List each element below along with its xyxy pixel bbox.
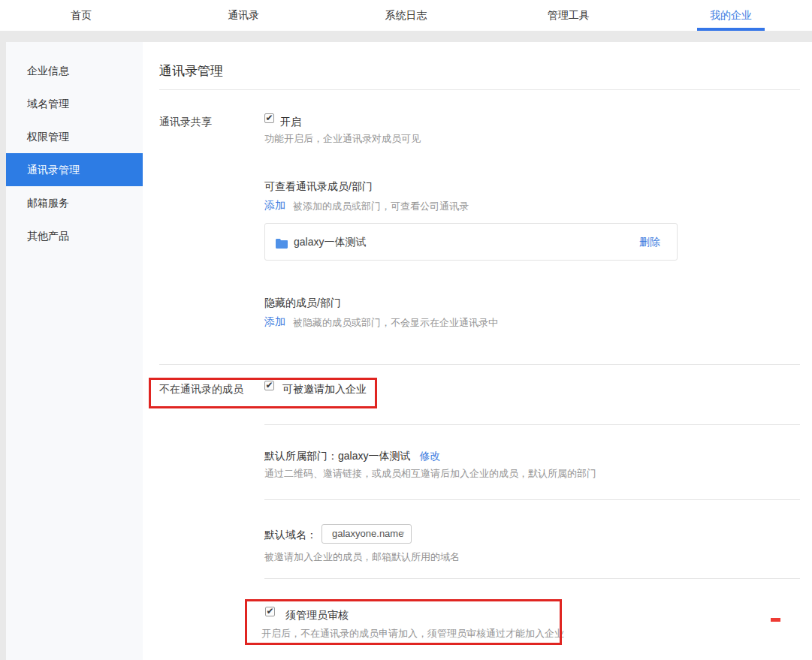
sidebar: 企业信息 域名管理 权限管理 通讯录管理 邮箱服务 其他产品 xyxy=(6,42,143,660)
modify-link[interactable]: 修改 xyxy=(419,450,440,462)
main-content: 通讯录管理 通讯录共享 ✔ 开启 功能开启后，企业通讯录对成员可见 可查看通讯录… xyxy=(143,42,812,660)
default-department-value: galaxy一体测试 xyxy=(338,450,410,462)
hidden-members-heading: 隐藏的成员/部门 xyxy=(264,295,341,310)
admin-review-checkbox[interactable]: ✔ xyxy=(265,607,275,616)
viewable-add-link[interactable]: 添加 xyxy=(264,199,285,212)
annotation-dash xyxy=(771,618,780,622)
default-department-label: 默认所属部门： xyxy=(264,450,338,462)
nav-item-system-log[interactable]: 系统日志 xyxy=(324,0,487,31)
default-domain-label: 默认域名： xyxy=(264,527,317,542)
section-divider xyxy=(264,424,800,425)
sidebar-item-other-products[interactable]: 其他产品 xyxy=(6,219,143,252)
department-name: galaxy一体测试 xyxy=(294,224,366,260)
nav-item-my-enterprise[interactable]: 我的企业 xyxy=(650,0,812,31)
contacts-sharing-checkbox[interactable]: ✔ xyxy=(264,113,274,123)
sidebar-item-contacts-management[interactable]: 通讯录管理 xyxy=(6,153,143,186)
viewable-members-heading: 可查看通讯录成员/部门 xyxy=(264,179,373,194)
checkmark-icon: ✔ xyxy=(265,381,273,390)
sidebar-item-permission-management[interactable]: 权限管理 xyxy=(6,120,143,153)
section-divider xyxy=(264,578,800,579)
contacts-sharing-label: 通讯录共享 xyxy=(159,114,212,129)
default-domain-selected-value: galaxyone.name xyxy=(332,528,403,539)
checkmark-icon: ✔ xyxy=(265,113,273,122)
section-divider xyxy=(159,364,800,365)
chevron-down-icon: ▼ xyxy=(400,525,406,543)
default-domain-select[interactable]: galaxyone.name ▼ xyxy=(321,524,412,544)
top-nav: 首页 通讯录 系统日志 管理工具 我的企业 xyxy=(0,0,812,31)
nav-item-admin-tools[interactable]: 管理工具 xyxy=(488,0,650,31)
hidden-add-link[interactable]: 添加 xyxy=(264,315,285,329)
sidebar-item-domain-management[interactable]: 域名管理 xyxy=(6,87,143,120)
invitable-checkbox[interactable]: ✔ xyxy=(264,381,274,390)
default-department-row: 默认所属部门：galaxy一体测试修改 xyxy=(264,448,440,463)
viewable-add-hint: 被添加的成员或部门，可查看公司通讯录 xyxy=(293,200,469,213)
default-domain-description: 被邀请加入企业的成员，邮箱默认所用的域名 xyxy=(264,550,460,564)
active-tab-underline xyxy=(697,28,765,31)
checkmark-icon: ✔ xyxy=(266,607,274,616)
page-title: 通讯录管理 xyxy=(159,62,223,80)
sidebar-item-enterprise-info[interactable]: 企业信息 xyxy=(6,54,143,87)
title-divider xyxy=(159,89,800,90)
admin-review-description: 开启后，不在通讯录的成员申请加入，须管理员审核通过才能加入企业 xyxy=(261,627,564,640)
section-divider xyxy=(264,499,800,500)
folder-icon xyxy=(276,238,288,252)
contacts-sharing-checkbox-label: 开启 xyxy=(280,114,301,129)
sidebar-item-mailbox-service[interactable]: 邮箱服务 xyxy=(6,186,143,219)
admin-review-checkbox-label: 须管理员审核 xyxy=(285,607,349,622)
hidden-add-hint: 被隐藏的成员或部门，不会显示在企业通讯录中 xyxy=(293,316,498,330)
nav-item-label: 我的企业 xyxy=(710,9,752,21)
nav-item-home[interactable]: 首页 xyxy=(0,0,162,31)
non-directory-members-label: 不在通讯录的成员 xyxy=(159,381,243,396)
default-department-description: 通过二维码、邀请链接，或成员相互邀请后加入企业的成员，默认所属的部门 xyxy=(264,467,596,481)
contacts-sharing-description: 功能开启后，企业通讯录对成员可见 xyxy=(264,132,421,146)
nav-item-contacts[interactable]: 通讯录 xyxy=(162,0,324,31)
invitable-checkbox-label: 可被邀请加入企业 xyxy=(282,381,367,396)
delete-link[interactable]: 删除 xyxy=(639,224,660,260)
viewable-member-row: galaxy一体测试 删除 xyxy=(264,223,678,261)
